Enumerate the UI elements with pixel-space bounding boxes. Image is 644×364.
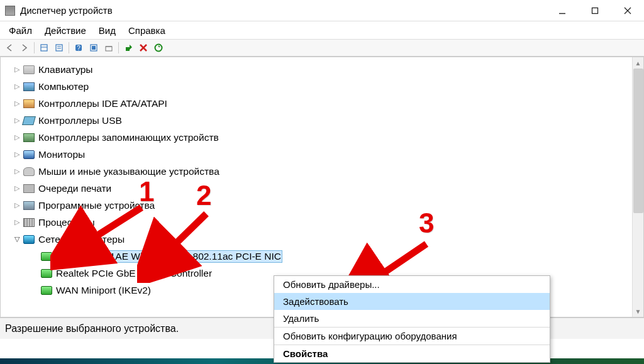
titlebar: Диспетчер устройств	[0, 0, 644, 21]
context-menu-item[interactable]: Обновить драйверы...	[274, 276, 550, 293]
device-icon	[41, 252, 52, 261]
device-tree[interactable]: КлавиатурыКомпьютерКонтроллеры IDE ATA/A…	[1, 57, 643, 299]
toolbar-uninstall[interactable]	[102, 41, 116, 55]
toolbar-enable[interactable]	[121, 41, 135, 55]
tree-item-label: Контроллеры IDE ATA/ATAPI	[38, 98, 167, 109]
context-menu-item[interactable]: Задействовать	[274, 293, 550, 310]
device-icon	[41, 269, 52, 278]
expander-icon[interactable]	[12, 235, 22, 243]
tree-item[interactable]: Контроллеры USB	[1, 112, 643, 129]
tree-item[interactable]: Процессоры	[1, 214, 643, 231]
tree-item[interactable]: Мыши и иные указывающие устройства	[1, 163, 643, 180]
scroll-thumb[interactable]	[633, 69, 643, 213]
scroll-up-icon[interactable]: ▲	[633, 57, 643, 69]
menu-file[interactable]: Файл	[4, 24, 37, 37]
menu-help[interactable]: Справка	[123, 24, 170, 37]
tree-child-item[interactable]: Realtek 8821AE Wireless LAN 802.11ac PCI…	[1, 248, 643, 265]
expander-icon[interactable]	[12, 167, 22, 175]
expander-icon[interactable]	[12, 65, 22, 74]
device-icon	[41, 286, 52, 295]
tree-item-label: Сетевые адаптеры	[38, 234, 125, 245]
svg-text:?: ?	[77, 45, 80, 52]
device-category-icon	[23, 99, 35, 108]
toolbar-separator	[69, 42, 69, 53]
device-category-icon	[23, 235, 35, 244]
expander-icon[interactable]	[12, 150, 22, 158]
toolbar-separator	[118, 42, 119, 53]
toolbar-view[interactable]	[52, 41, 66, 55]
tree-item-label: Realtek 8821AE Wireless LAN 802.11ac PCI…	[56, 250, 282, 263]
maximize-button[interactable]	[579, 0, 611, 21]
tree-item[interactable]: Контроллеры IDE ATA/ATAPI	[1, 95, 643, 112]
tree-item-label: Процессоры	[38, 217, 95, 228]
device-category-icon	[23, 201, 35, 210]
expander-icon[interactable]	[12, 82, 22, 91]
window-controls	[546, 0, 644, 21]
tree-item[interactable]: Компьютер	[1, 78, 643, 95]
context-menu: Обновить драйверы...ЗадействоватьУдалить…	[274, 275, 550, 363]
device-category-icon	[23, 184, 35, 193]
scrollbar-vertical[interactable]: ▲ ▼	[632, 57, 643, 317]
menu-view[interactable]: Вид	[94, 24, 121, 37]
tree-item[interactable]: Программные устройства	[1, 197, 643, 214]
tree-item-label: Программные устройства	[38, 200, 155, 211]
toolbar-forward[interactable]	[18, 41, 31, 55]
svg-rect-15	[126, 47, 130, 51]
tree-item-label: Компьютер	[38, 81, 89, 92]
app-icon	[5, 6, 15, 16]
context-menu-item[interactable]: Свойства	[274, 345, 550, 362]
tree-item-label: Контроллеры запоминающих устройств	[38, 132, 219, 143]
tree-item[interactable]: Очереди печати	[1, 180, 643, 197]
toolbar-delete[interactable]	[136, 41, 150, 55]
toolbar-properties[interactable]	[87, 41, 101, 55]
expander-icon[interactable]	[12, 201, 22, 209]
close-button[interactable]	[611, 0, 644, 21]
context-menu-item[interactable]: Обновить конфигурацию оборудования	[274, 328, 550, 345]
toolbar-help[interactable]: ?	[72, 41, 86, 55]
menu-action[interactable]: Действие	[40, 24, 91, 37]
device-category-icon	[23, 65, 35, 74]
window-title: Диспетчер устройств	[20, 5, 546, 16]
tree-item-label: Контроллеры USB	[38, 115, 122, 126]
svg-rect-12	[92, 46, 96, 50]
device-category-icon	[23, 167, 35, 176]
toolbar-show-hidden[interactable]	[37, 41, 51, 55]
expander-icon[interactable]	[12, 133, 22, 141]
device-category-icon	[22, 116, 36, 125]
device-category-icon	[23, 133, 35, 142]
tree-item-label: Мыши и иные указывающие устройства	[38, 166, 219, 177]
svg-rect-1	[592, 8, 598, 13]
menubar: Файл Действие Вид Справка	[0, 21, 644, 39]
toolbar: ?	[0, 39, 644, 57]
toolbar-scan[interactable]	[152, 41, 165, 55]
context-menu-item[interactable]: Удалить	[274, 310, 550, 327]
expander-icon[interactable]	[12, 218, 22, 226]
tree-item-label: Очереди печати	[38, 183, 111, 194]
expander-icon[interactable]	[12, 116, 22, 124]
tree-item[interactable]: Сетевые адаптеры	[1, 231, 643, 248]
svg-rect-13	[106, 47, 112, 51]
statusbar-text: Разрешение выбранного устройства.	[5, 323, 179, 334]
tree-item-label: WAN Miniport (IKEv2)	[56, 285, 151, 296]
tree-item[interactable]: Контроллеры запоминающих устройств	[1, 129, 643, 146]
tree-item-label: Мониторы	[38, 149, 85, 160]
svg-rect-4	[41, 45, 47, 51]
toolbar-back[interactable]	[3, 41, 16, 55]
tree-item-label: Клавиатуры	[38, 64, 92, 75]
minimize-button[interactable]	[546, 0, 579, 21]
expander-icon[interactable]	[12, 99, 22, 108]
scroll-down-icon[interactable]: ▼	[633, 306, 643, 317]
device-category-icon	[23, 82, 35, 91]
tree-item[interactable]: Мониторы	[1, 146, 643, 163]
svg-rect-6	[56, 45, 62, 51]
device-category-icon	[23, 218, 35, 227]
tree-item-label: Realtek PCIe GbE Family Controller	[56, 268, 212, 279]
device-category-icon	[23, 150, 35, 159]
tree-item[interactable]: Клавиатуры	[1, 61, 643, 78]
toolbar-separator	[34, 42, 35, 53]
expander-icon[interactable]	[12, 184, 22, 192]
